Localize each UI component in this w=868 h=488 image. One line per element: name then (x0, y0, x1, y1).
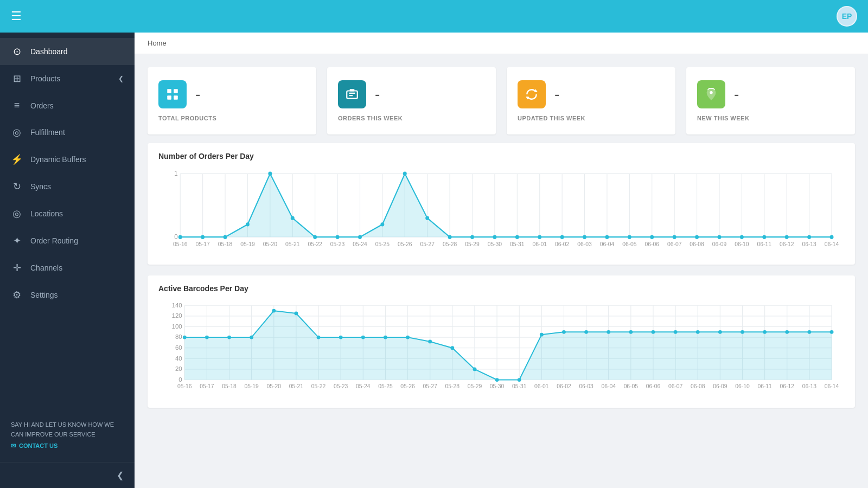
sidebar-item-label-syncs: Syncs (30, 182, 51, 191)
syncs-icon: ↻ (11, 181, 23, 192)
svg-text:05-19: 05-19 (240, 241, 254, 247)
topbar: ☰ EP (0, 0, 868, 33)
fulfillment-icon: ◎ (11, 126, 23, 138)
sidebar-item-dashboard[interactable]: ⊙ Dashboard (0, 38, 135, 65)
barcodes-chart-title: Active Barcodes Per Day (158, 284, 844, 293)
svg-point-99 (807, 235, 811, 239)
svg-text:05-26: 05-26 (398, 241, 412, 247)
svg-point-194 (562, 330, 566, 334)
sidebar-item-label-order-routing: Order Routing (30, 236, 78, 245)
svg-text:05-24: 05-24 (356, 383, 371, 389)
svg-text:05-23: 05-23 (330, 241, 344, 247)
svg-rect-2 (167, 95, 171, 100)
stat-card-updated-this-week: - UPDATED THIS WEEK (507, 67, 675, 134)
svg-point-84 (470, 235, 474, 239)
orders-chart: 0105-1605-1705-1805-1905-2005-2105-2205-… (158, 167, 844, 254)
svg-text:05-20: 05-20 (263, 241, 277, 247)
svg-rect-5 (350, 89, 355, 91)
svg-point-189 (450, 346, 454, 350)
orders-this-week-icon (338, 80, 366, 108)
new-this-week-icon (697, 80, 725, 108)
svg-text:0: 0 (178, 376, 182, 383)
svg-point-93 (673, 235, 676, 239)
svg-point-187 (406, 336, 410, 339)
svg-text:06-01: 06-01 (533, 241, 547, 247)
sidebar-item-locations[interactable]: ◎ Locations (0, 200, 135, 227)
svg-text:06-03: 06-03 (577, 241, 591, 247)
svg-text:06-14: 06-14 (825, 241, 839, 247)
svg-text:05-23: 05-23 (334, 383, 348, 389)
sidebar-item-products[interactable]: ⊞ Products ❮ (0, 65, 135, 92)
chevron-icon: ❮ (118, 75, 124, 82)
sidebar-item-dynamic-buffers[interactable]: ⚡ Dynamic Buffers (0, 146, 135, 173)
svg-text:05-17: 05-17 (200, 383, 214, 389)
svg-text:06-12: 06-12 (780, 383, 795, 389)
sidebar-item-settings[interactable]: ⚙ Settings (0, 281, 135, 309)
stat-card-orders-this-week: - ORDERS THIS WEEK (327, 67, 496, 134)
svg-text:06-04: 06-04 (602, 383, 616, 389)
user-avatar[interactable]: EP (837, 6, 857, 27)
svg-point-94 (695, 235, 699, 239)
barcodes-chart-section: Active Barcodes Per Day 0204060801001201… (148, 275, 855, 408)
new-this-week-value: - (734, 86, 739, 103)
svg-text:05-22: 05-22 (308, 241, 322, 247)
svg-text:05-25: 05-25 (375, 241, 390, 247)
settings-icon: ⚙ (11, 289, 23, 301)
svg-point-181 (272, 309, 276, 313)
svg-text:06-13: 06-13 (802, 383, 817, 389)
sidebar-collapse-button[interactable]: ❮ (0, 462, 135, 488)
main-layout: ⊙ Dashboard ⊞ Products ❮ ≡ Orders ◎ Fulf… (0, 33, 868, 488)
svg-text:80: 80 (175, 334, 182, 341)
sidebar-item-order-routing[interactable]: ✦ Order Routing (0, 227, 135, 254)
sidebar-item-syncs[interactable]: ↻ Syncs (0, 173, 135, 200)
svg-point-79 (358, 235, 362, 239)
sidebar-footer-text: SAY HI AND LET US KNOW HOW WE CAN IMPROV… (11, 420, 124, 439)
svg-text:06-04: 06-04 (600, 241, 614, 247)
orders-this-week-value: - (375, 86, 380, 103)
svg-text:05-29: 05-29 (465, 241, 479, 247)
svg-point-92 (650, 235, 654, 239)
svg-text:05-31: 05-31 (512, 383, 527, 389)
updated-this-week-value: - (554, 86, 559, 103)
sidebar-item-orders[interactable]: ≡ Orders (0, 92, 135, 119)
svg-point-77 (313, 235, 317, 239)
svg-text:05-20: 05-20 (267, 383, 282, 389)
hamburger-icon[interactable]: ☰ (11, 9, 22, 23)
svg-text:06-11: 06-11 (757, 241, 771, 247)
svg-point-179 (227, 336, 231, 339)
svg-point-98 (785, 235, 789, 239)
svg-text:06-11: 06-11 (757, 383, 772, 389)
svg-text:05-27: 05-27 (420, 241, 434, 247)
svg-text:05-31: 05-31 (510, 241, 524, 247)
svg-point-196 (607, 330, 610, 334)
sidebar-item-fulfillment[interactable]: ◎ Fulfillment (0, 119, 135, 146)
svg-point-71 (178, 235, 182, 239)
svg-point-88 (560, 235, 564, 239)
svg-point-76 (291, 216, 295, 220)
svg-text:06-09: 06-09 (712, 241, 726, 247)
svg-text:06-13: 06-13 (802, 241, 816, 247)
svg-point-195 (584, 330, 588, 334)
channels-icon: ✛ (11, 262, 23, 274)
svg-point-192 (518, 378, 521, 382)
svg-point-90 (605, 235, 609, 239)
dashboard-icon: ⊙ (11, 46, 23, 57)
svg-rect-1 (174, 89, 178, 93)
contact-us-link[interactable]: ✉ CONTACT US (11, 441, 124, 451)
svg-text:20: 20 (175, 365, 182, 372)
sidebar-footer: SAY HI AND LET US KNOW HOW WE CAN IMPROV… (0, 409, 135, 462)
svg-point-184 (339, 336, 343, 339)
svg-text:06-08: 06-08 (690, 241, 704, 247)
svg-text:06-05: 06-05 (622, 241, 636, 247)
svg-text:05-30: 05-30 (490, 383, 505, 389)
barcodes-chart: 02040608010012014005-1605-1705-1805-1905… (158, 299, 844, 397)
sidebar-item-label-settings: Settings (30, 291, 58, 299)
svg-point-82 (425, 216, 429, 220)
sidebar-item-label-channels: Channels (30, 264, 62, 272)
svg-point-85 (493, 235, 496, 239)
new-this-week-label: NEW THIS WEEK (697, 113, 844, 121)
svg-point-182 (294, 312, 298, 316)
svg-text:06-14: 06-14 (825, 383, 839, 389)
svg-text:100: 100 (172, 323, 182, 330)
sidebar-item-channels[interactable]: ✛ Channels (0, 254, 135, 281)
